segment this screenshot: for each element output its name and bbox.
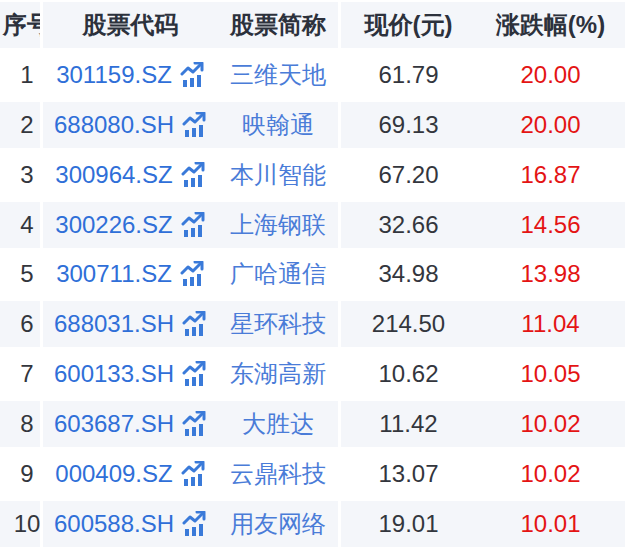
stock-name-link[interactable]: 大胜达 [218,399,338,449]
row-index: 3 [0,150,40,200]
change-percent: 20.00 [476,50,625,100]
change-percent: 14.56 [476,200,625,250]
stock-code-cell: 300964.SZ [43,150,218,200]
row-index: 1 [0,50,40,100]
stock-code-cell: 688080.SH [43,100,218,150]
trend-chart-icon[interactable] [181,461,206,487]
stock-code-link[interactable]: 688031.SH [54,310,174,338]
row-index: 4 [0,200,40,250]
trend-chart-icon[interactable] [180,261,205,287]
row-index: 6 [0,299,40,349]
stock-code-link[interactable]: 300964.SZ [55,161,172,189]
stock-code-link[interactable]: 000409.SZ [55,460,172,488]
stock-name-link[interactable]: 星环科技 [218,299,338,349]
stock-code-link[interactable]: 600133.SH [54,360,174,388]
current-price: 214.50 [341,299,476,349]
stock-name-link[interactable]: 本川智能 [218,150,338,200]
stock-name-link[interactable]: 用友网络 [218,499,338,549]
stock-name-link[interactable]: 东湖高新 [218,349,338,399]
stock-code-link[interactable]: 688080.SH [54,111,174,139]
change-percent: 13.98 [476,250,625,300]
stock-code-link[interactable]: 300711.SZ [56,260,172,288]
header-price: 现价(元) [341,0,476,50]
current-price: 67.20 [341,150,476,200]
current-price: 10.62 [341,349,476,399]
change-percent: 20.00 [476,100,625,150]
table-row: 5 300711.SZ 广哈通信 34.98 13.98 [0,250,625,300]
trend-chart-icon[interactable] [181,212,206,238]
stock-code-cell: 300711.SZ [43,250,218,300]
table-row: 9 000409.SZ 云鼎科技 13.07 10.02 [0,449,625,499]
trend-chart-icon[interactable] [182,361,207,387]
header-name: 股票简称 [218,0,338,50]
row-index: 10 [0,499,40,549]
stock-code-cell: 000409.SZ [43,449,218,499]
current-price: 69.13 [341,100,476,150]
stock-code-cell: 688031.SH [43,299,218,349]
trend-chart-icon[interactable] [182,311,207,337]
stock-code-link[interactable]: 600588.SH [54,510,174,538]
stock-name-link[interactable]: 上海钢联 [218,200,338,250]
row-index: 5 [0,250,40,300]
table-row: 7 600133.SH 东湖高新 10.62 10.05 [0,349,625,399]
change-percent: 10.05 [476,349,625,399]
table-header-row: 序号 股票代码 股票简称 现价(元) 涨跌幅(%) [0,0,625,50]
row-index: 8 [0,399,40,449]
change-percent: 16.87 [476,150,625,200]
table-row: 6 688031.SH 星环科技 214.50 11.04 [0,299,625,349]
table-row: 3 300964.SZ 本川智能 67.20 16.87 [0,150,625,200]
row-index: 7 [0,349,40,399]
change-percent: 11.04 [476,299,625,349]
trend-chart-icon[interactable] [182,411,207,437]
current-price: 34.98 [341,250,476,300]
stock-name-link[interactable]: 云鼎科技 [218,449,338,499]
trend-chart-icon[interactable] [180,62,205,88]
stock-code-cell: 300226.SZ [43,200,218,250]
table-row: 8 603687.SH 大胜达 11.42 10.02 [0,399,625,449]
change-percent: 10.01 [476,499,625,549]
stock-code-cell: 301159.SZ [43,50,218,100]
row-index: 9 [0,449,40,499]
header-code: 股票代码 [43,0,218,50]
trend-chart-icon[interactable] [181,162,206,188]
stock-code-cell: 600133.SH [43,349,218,399]
stock-code-link[interactable]: 301159.SZ [56,61,172,89]
stock-code-link[interactable]: 300226.SZ [55,211,172,239]
trend-chart-icon[interactable] [182,511,207,537]
table-row: 10 600588.SH 用友网络 19.01 10.01 [0,499,625,549]
stock-name-link[interactable]: 映翰通 [218,100,338,150]
current-price: 11.42 [341,399,476,449]
current-price: 32.66 [341,200,476,250]
current-price: 13.07 [341,449,476,499]
stock-code-link[interactable]: 603687.SH [54,410,174,438]
trend-chart-icon[interactable] [182,112,207,138]
header-change: 涨跌幅(%) [476,0,625,50]
stock-ranking-table: 序号 股票代码 股票简称 现价(元) 涨跌幅(%) 1 301159.SZ 三维… [0,0,625,549]
table-row: 2 688080.SH 映翰通 69.13 20.00 [0,100,625,150]
stock-code-cell: 603687.SH [43,399,218,449]
row-index: 2 [0,100,40,150]
stock-code-cell: 600588.SH [43,499,218,549]
current-price: 61.79 [341,50,476,100]
table-row: 1 301159.SZ 三维天地 61.79 20.00 [0,50,625,100]
current-price: 19.01 [341,499,476,549]
table-row: 4 300226.SZ 上海钢联 32.66 14.56 [0,200,625,250]
change-percent: 10.02 [476,449,625,499]
stock-name-link[interactable]: 广哈通信 [218,250,338,300]
change-percent: 10.02 [476,399,625,449]
header-index: 序号 [0,0,40,50]
stock-name-link[interactable]: 三维天地 [218,50,338,100]
